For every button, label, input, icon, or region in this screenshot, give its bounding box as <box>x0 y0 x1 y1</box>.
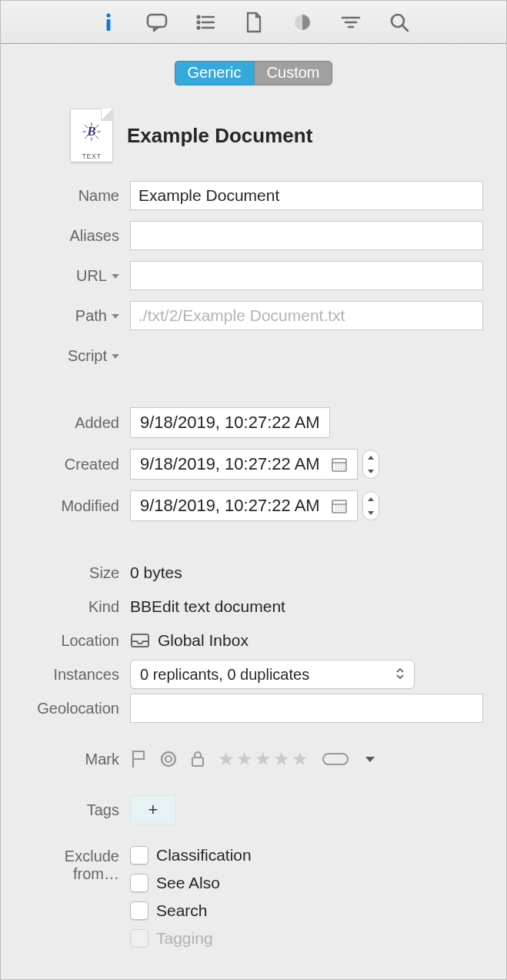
tab-info-icon[interactable] <box>97 11 120 34</box>
row-kind: Kind BBEdit text document <box>24 592 483 621</box>
label-kind: Kind <box>24 598 130 616</box>
label-created: Created <box>24 456 130 473</box>
row-script: Script <box>24 341 483 370</box>
instances-dropdown[interactable]: 0 replicants, 0 duplicates <box>130 660 415 689</box>
tab-annotation-icon[interactable] <box>145 11 168 34</box>
label-mark: Mark <box>24 751 130 768</box>
svg-point-35 <box>162 752 175 766</box>
tab-contents-icon[interactable] <box>194 11 217 34</box>
svg-point-3 <box>197 15 199 18</box>
location-value: Global Inbox <box>158 631 248 650</box>
created-field[interactable]: 9/18/2019, 10:27:22 AM <box>130 449 358 480</box>
chevron-up-down-icon <box>395 667 405 682</box>
name-input[interactable] <box>130 181 483 210</box>
label-location: Location <box>24 632 130 650</box>
row-added: Added 9/18/2019, 10:27:22 AM <box>24 407 483 438</box>
svg-rect-23 <box>332 459 346 471</box>
chevron-down-icon <box>112 274 119 279</box>
row-exclude: Exclude from… Classification See Also Se… <box>24 846 483 957</box>
document-type-icon: B TEXT <box>70 109 113 162</box>
svg-rect-2 <box>148 15 166 27</box>
label-url[interactable]: URL <box>24 267 130 285</box>
label-exclude: Exclude from… <box>24 846 130 883</box>
label-geolocation: Geolocation <box>24 700 130 717</box>
document-title: Example Document <box>127 124 312 148</box>
inspector-toolbar <box>1 1 506 44</box>
inspector-content: Generic Custom B TEXT Example Document N… <box>1 44 506 979</box>
modified-field[interactable]: 9/18/2019, 10:27:22 AM <box>130 490 358 521</box>
geolocation-input[interactable] <box>130 694 483 723</box>
svg-rect-37 <box>192 758 203 766</box>
row-url: URL <box>24 261 483 290</box>
row-location: Location Global Inbox <box>24 626 483 655</box>
svg-rect-29 <box>332 500 346 513</box>
label-pill-icon[interactable] <box>322 753 349 765</box>
row-tags: Tags + <box>24 795 483 824</box>
exclude-classification-checkbox[interactable] <box>130 846 148 865</box>
segment-custom[interactable]: Custom <box>254 61 333 85</box>
row-instances: Instances 0 replicants, 0 duplicates <box>24 660 483 689</box>
rating-stars[interactable]: ★★★★★ <box>218 748 310 770</box>
svg-point-5 <box>197 21 199 23</box>
exclude-see-also-label: See Also <box>156 874 220 892</box>
calendar-icon[interactable] <box>331 456 348 473</box>
label-tags: Tags <box>24 801 130 819</box>
document-header: B TEXT Example Document <box>70 109 483 162</box>
url-input[interactable] <box>130 261 483 290</box>
label-added: Added <box>24 414 130 432</box>
label-size: Size <box>24 564 130 582</box>
inbox-icon <box>130 632 150 649</box>
exclude-tagging-checkbox <box>130 929 148 948</box>
row-size: Size 0 bytes <box>24 558 483 587</box>
document-icon-badge: B <box>81 121 102 142</box>
exclude-tagging-label: Tagging <box>156 929 213 948</box>
circle-icon[interactable] <box>159 750 178 768</box>
label-aliases: Aliases <box>24 227 130 245</box>
row-mark: Mark ★★★★★ <box>24 744 483 774</box>
svg-point-7 <box>197 26 199 28</box>
exclude-see-also-checkbox[interactable] <box>130 874 148 892</box>
created-stepper[interactable] <box>362 450 379 479</box>
svg-point-36 <box>165 756 172 762</box>
exclude-classification-label: Classification <box>156 846 252 865</box>
segmented-control: Generic Custom <box>24 61 483 85</box>
kind-value: BBEdit text document <box>130 597 285 616</box>
row-geolocation: Geolocation <box>24 694 483 723</box>
segment-generic[interactable]: Generic <box>175 61 254 85</box>
label-modified: Modified <box>24 497 130 515</box>
tab-concordance-icon[interactable] <box>291 11 314 34</box>
added-value: 9/18/2019, 10:27:22 AM <box>130 407 330 438</box>
chevron-down-icon <box>112 314 119 319</box>
size-value: 0 bytes <box>130 564 182 582</box>
row-modified: Modified 9/18/2019, 10:27:22 AM <box>24 490 483 521</box>
lock-icon[interactable] <box>190 750 205 768</box>
calendar-icon[interactable] <box>331 497 348 514</box>
svg-point-0 <box>106 13 110 17</box>
tab-related-icon[interactable] <box>339 11 362 34</box>
chevron-down-icon[interactable] <box>365 757 375 762</box>
tab-search-icon[interactable] <box>388 11 411 34</box>
row-aliases: Aliases <box>24 221 483 250</box>
modified-stepper[interactable] <box>362 491 379 520</box>
label-path[interactable]: Path <box>24 307 130 325</box>
row-created: Created 9/18/2019, 10:27:22 AM <box>24 449 483 480</box>
row-path: Path <box>24 301 483 330</box>
chevron-down-icon <box>112 354 119 359</box>
svg-line-14 <box>402 25 408 31</box>
exclude-search-label: Search <box>156 901 208 920</box>
document-icon-caption: TEXT <box>70 152 113 160</box>
row-name: Name <box>24 181 483 210</box>
tab-document-icon[interactable] <box>242 11 265 34</box>
path-input[interactable] <box>130 301 483 330</box>
label-instances: Instances <box>24 666 130 684</box>
add-tag-button[interactable]: + <box>130 795 176 824</box>
exclude-search-checkbox[interactable] <box>130 901 148 920</box>
label-script[interactable]: Script <box>24 347 130 365</box>
flag-icon[interactable] <box>130 749 147 769</box>
svg-rect-1 <box>106 19 110 31</box>
label-name: Name <box>24 187 130 205</box>
aliases-input[interactable] <box>130 221 483 250</box>
